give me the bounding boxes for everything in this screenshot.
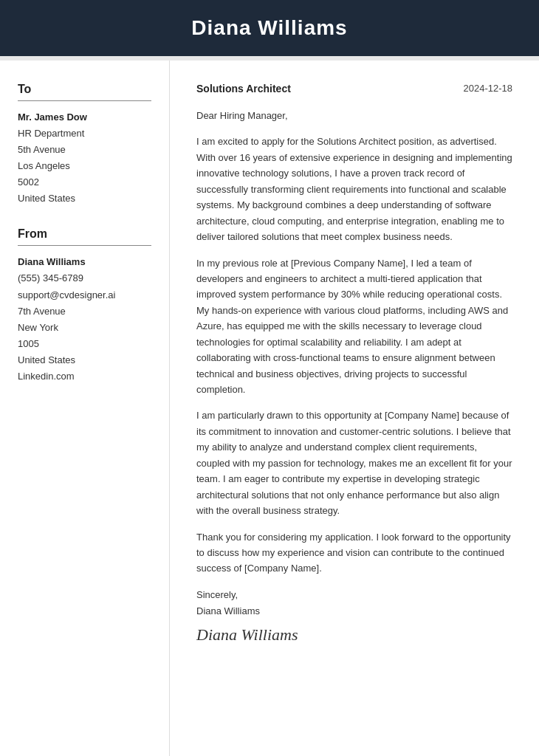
paragraph-1: I am excited to apply for the Solutions …	[196, 134, 512, 244]
greeting: Dear Hiring Manager,	[196, 108, 512, 123]
sender-linkedin: Linkedin.com	[18, 371, 75, 382]
paragraph-3: I am particularly drawn to this opportun…	[196, 408, 512, 518]
applicant-name: Diana Williams	[30, 16, 509, 40]
job-title: Solutions Architect	[196, 83, 291, 94]
header: Diana Williams	[0, 0, 539, 56]
cursive-signature: Diana Williams	[196, 625, 512, 645]
to-section: To Mr. James Dow HR Department 5th Avenu…	[18, 83, 151, 207]
sidebar: To Mr. James Dow HR Department 5th Avenu…	[0, 61, 170, 756]
signature-section: Sincerely, Diana Williams Diana Williams	[196, 587, 512, 645]
sender-email: support@cvdesigner.ai	[18, 289, 115, 300]
recipient-street: 5th Avenue	[18, 144, 66, 155]
paragraph-2: In my previous role at [Previous Company…	[196, 255, 512, 398]
recipient-country: United States	[18, 193, 75, 204]
sender-info: (555) 345-6789 support@cvdesigner.ai 7th…	[18, 270, 151, 385]
from-label: From	[18, 227, 151, 241]
closing: Sincerely, Diana Williams	[196, 587, 512, 619]
closing-word: Sincerely,	[196, 589, 238, 600]
closing-name: Diana Williams	[196, 605, 260, 616]
sender-street: 7th Avenue	[18, 306, 66, 317]
from-divider	[18, 245, 151, 246]
letter-main: Solutions Architect 2024-12-18 Dear Hiri…	[170, 61, 539, 756]
content-area: To Mr. James Dow HR Department 5th Avenu…	[0, 61, 539, 756]
sender-phone: (555) 345-6789	[18, 272, 83, 284]
recipient-name: Mr. James Dow	[18, 111, 151, 123]
sender-postal: 1005	[18, 338, 39, 349]
to-divider	[18, 100, 151, 101]
sender-city: New York	[18, 322, 58, 333]
from-section: From Diana Williams (555) 345-6789 suppo…	[18, 227, 151, 385]
recipient-city: Los Angeles	[18, 160, 70, 171]
sender-name: Diana Williams	[18, 256, 151, 267]
job-header: Solutions Architect 2024-12-18	[196, 83, 512, 94]
recipient-postal: 5002	[18, 176, 39, 188]
recipient-department: HR Department	[18, 128, 84, 139]
to-label: To	[18, 83, 151, 96]
page: Diana Williams To Mr. James Dow HR Depar…	[0, 0, 539, 756]
paragraph-4: Thank you for considering my application…	[196, 529, 512, 577]
letter-body: Dear Hiring Manager, I am excited to app…	[196, 108, 512, 577]
recipient-info: HR Department 5th Avenue Los Angeles 500…	[18, 126, 151, 207]
letter-date: 2024-12-18	[464, 83, 513, 94]
sender-country: United States	[18, 354, 75, 365]
